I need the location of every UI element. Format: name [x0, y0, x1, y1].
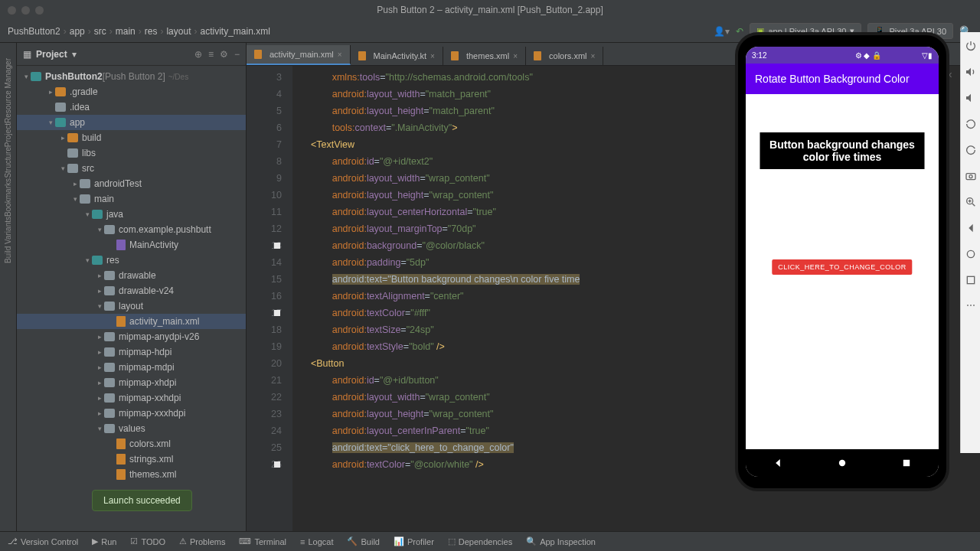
collapse-icon[interactable]: ≡ [208, 49, 214, 60]
app-title: Rotate Button Background Color [755, 73, 910, 85]
tree-node[interactable]: ▸androidTest [17, 176, 246, 191]
close-icon[interactable]: × [430, 52, 435, 60]
left-tool-rail: Resource ManagerProjectStructureBookmark… [0, 43, 17, 531]
editor-tab[interactable]: MainActivity.kt× [351, 47, 443, 65]
recents-icon[interactable] [901, 458, 912, 468]
close-dot[interactable] [8, 6, 16, 15]
tree-node[interactable]: ▾com.example.pushbutt [17, 222, 246, 237]
editor-tab[interactable]: colors.xml× [526, 47, 603, 65]
tree-node[interactable]: ▸mipmap-hdpi [17, 344, 246, 360]
rail-tab[interactable]: Project [4, 123, 12, 147]
tree-node[interactable]: ▸drawable [17, 268, 246, 283]
back-nav-icon[interactable] [965, 222, 977, 234]
tree-node[interactable]: ▸mipmap-mdpi [17, 360, 246, 375]
tree-node[interactable]: strings.xml [17, 452, 246, 467]
bottom-tab[interactable]: 🔨Build [347, 536, 379, 546]
tree-node[interactable]: colors.xml [17, 436, 246, 452]
chevron-right-icon: › [64, 26, 67, 37]
tree-node[interactable]: themes.xml [17, 467, 246, 482]
min-dot[interactable] [21, 6, 30, 15]
rail-tab[interactable]: Bookmarks [4, 178, 12, 217]
tree-node[interactable]: ▾src [17, 161, 246, 176]
project-tree[interactable]: ▾PushButton2 [Push Button 2] ~/Des▸.grad… [17, 66, 246, 531]
bottom-tab[interactable]: ☑TODO [130, 536, 165, 546]
bottom-tab[interactable]: ⬚Dependencies [448, 536, 512, 546]
bottom-tab[interactable]: ⌨Terminal [239, 536, 286, 546]
volume-down-icon[interactable] [965, 92, 977, 104]
tree-node[interactable]: ▸drawable-v24 [17, 283, 246, 298]
tree-node[interactable]: ▾java [17, 207, 246, 222]
tree-node[interactable]: ▸mipmap-anydpi-v26 [17, 329, 246, 344]
breadcrumb-item[interactable]: layout [166, 26, 191, 37]
close-icon[interactable]: × [591, 52, 596, 60]
editor-tab[interactable]: themes.xml× [443, 47, 526, 65]
breadcrumb-item[interactable]: PushButton2 [8, 26, 60, 37]
settings-icon[interactable]: ⚙ [220, 49, 228, 60]
zoom-icon[interactable] [965, 196, 977, 208]
max-dot[interactable] [35, 6, 44, 15]
svg-line-5 [972, 204, 975, 206]
tree-node[interactable]: ▾res [17, 253, 246, 268]
camera-icon[interactable] [965, 170, 977, 182]
tree-root[interactable]: ▾PushButton2 [Push Button 2] ~/Des [17, 69, 246, 84]
project-icon: ▦ [23, 49, 31, 60]
home-nav-icon[interactable] [965, 248, 977, 260]
status-time: 3:12 [752, 51, 766, 60]
project-title: Project [36, 49, 67, 60]
breadcrumb-item[interactable]: activity_main.xml [200, 26, 270, 37]
editor-tab[interactable]: activity_main.xml× [247, 45, 351, 65]
svg-rect-2 [966, 174, 975, 180]
tree-node[interactable]: ▸.gradle [17, 84, 246, 99]
tree-node[interactable]: ▾values [17, 421, 246, 436]
emulator-toolbar: ⋯ [960, 32, 980, 453]
tree-node[interactable]: ▾app [17, 115, 246, 130]
rail-tab[interactable]: Structure [4, 147, 12, 178]
rotate-left-icon[interactable] [965, 118, 977, 130]
phone-frame: 3:12 ⚙ ◆ 🔒 ▽▮ Rotate Button Background C… [735, 32, 949, 491]
svg-rect-9 [967, 276, 974, 283]
change-color-button[interactable]: CLICK_HERE_TO_CHANGE_COLOR [772, 259, 912, 275]
tree-node[interactable]: libs [17, 145, 246, 161]
breadcrumb-item[interactable]: main [116, 26, 136, 37]
rail-tab[interactable]: Build Variants [4, 217, 12, 263]
breadcrumb-item[interactable]: src [94, 26, 106, 37]
home-icon[interactable] [837, 458, 848, 468]
volume-up-icon[interactable] [965, 66, 977, 78]
bottom-tab[interactable]: ▶Run [92, 536, 116, 546]
tree-node[interactable]: ▾layout [17, 298, 246, 314]
rail-tab[interactable]: Resource Manager [4, 58, 12, 123]
tree-node[interactable]: activity_main.xml [17, 314, 246, 329]
close-icon[interactable]: × [513, 52, 518, 60]
chevron-right-icon: › [194, 26, 197, 37]
rotate-right-icon[interactable] [965, 144, 977, 156]
tree-node[interactable]: ▾main [17, 191, 246, 207]
bottom-tab[interactable]: ⚠Problems [179, 536, 225, 546]
tree-node[interactable]: ▸mipmap-xxhdpi [17, 390, 246, 406]
target-icon[interactable]: ⊕ [194, 49, 202, 60]
back-icon[interactable] [773, 458, 783, 468]
bottom-tab[interactable]: 🔍App Inspection [526, 536, 596, 546]
breadcrumb-item[interactable]: res [145, 26, 158, 37]
tree-node[interactable]: ▸mipmap-xxxhdpi [17, 406, 246, 421]
window-controls[interactable] [8, 6, 44, 15]
bottom-tab[interactable]: ≡Logcat [300, 537, 333, 546]
bottom-tab[interactable]: 📊Profiler [394, 536, 434, 546]
power-icon[interactable] [965, 40, 977, 52]
phone-status-bar: 3:12 ⚙ ◆ 🔒 ▽▮ [746, 47, 939, 64]
chevron-down-icon[interactable]: ▾ [72, 49, 77, 60]
breadcrumb-item[interactable]: app [70, 26, 85, 37]
tree-node[interactable]: ▸mipmap-xhdpi [17, 375, 246, 390]
bottom-tool-bar: ⎇Version Control▶Run☑TODO⚠Problems⌨Termi… [0, 531, 980, 551]
tree-node[interactable]: MainActivity [17, 237, 246, 253]
bottom-tab[interactable]: ⎇Version Control [8, 536, 78, 546]
overview-nav-icon[interactable] [965, 274, 977, 286]
more-icon[interactable]: ⋯ [966, 300, 975, 311]
hide-icon[interactable]: − [234, 49, 240, 60]
line-gutter: 3456789101112131415161718192021222324252… [247, 66, 292, 531]
chevron-right-icon: › [160, 26, 163, 37]
tree-node[interactable]: .idea [17, 99, 246, 115]
tree-node[interactable]: ▸build [17, 130, 246, 145]
close-icon[interactable]: × [338, 51, 342, 59]
launch-toast: Launch succeeded [92, 490, 192, 511]
user-icon[interactable]: 👤▾ [714, 26, 730, 37]
